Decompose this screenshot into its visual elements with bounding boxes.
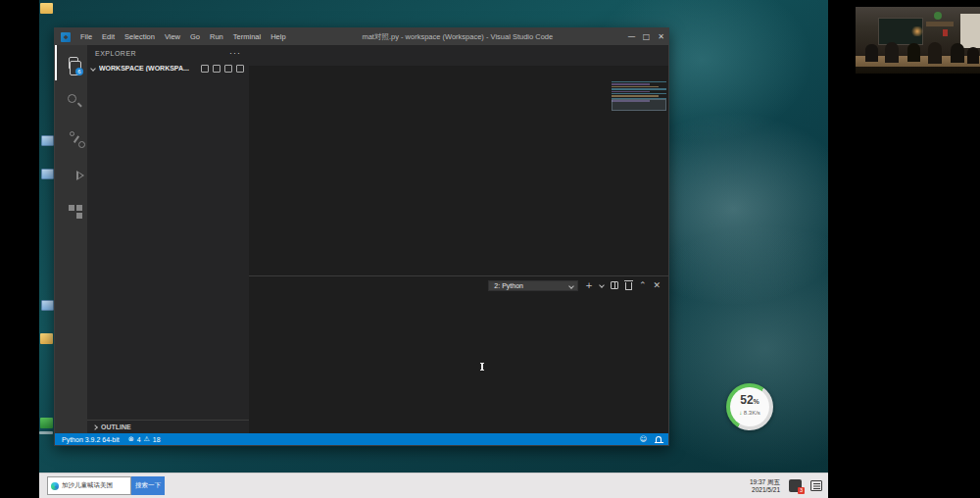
title-bar[interactable]: FileEditSelectionViewGoRunTerminalHelp m… xyxy=(55,28,668,45)
person-silhouette xyxy=(951,43,964,63)
minimize-button[interactable]: — xyxy=(624,32,639,41)
panel: 2: Python + ⌃ ✕ xyxy=(249,275,668,433)
screen: FileEditSelectionViewGoRunTerminalHelp m… xyxy=(0,0,980,498)
status-bar: Python 3.9.2 64-bit ⊗ 4 ⚠ 18 ☺ xyxy=(55,433,668,445)
wall-light xyxy=(910,26,924,36)
webcam-video[interactable] xyxy=(856,7,980,74)
projector-screen xyxy=(960,14,980,48)
extensions-icon xyxy=(69,205,74,211)
split-terminal-icon[interactable] xyxy=(611,281,618,289)
action-center-icon[interactable] xyxy=(810,480,822,491)
explorer-sidebar: EXPLORER ··· WORKSPACE (WORKSPA... xyxy=(87,45,249,433)
sidebar-more-icon[interactable]: ··· xyxy=(229,48,241,58)
error-icon: ⊗ xyxy=(128,435,134,443)
activitybar-source-control[interactable] xyxy=(55,116,87,151)
outline-section-header[interactable]: OUTLINE xyxy=(87,420,249,433)
refresh-icon[interactable] xyxy=(223,64,233,74)
menu-selection[interactable]: Selection xyxy=(120,32,160,41)
taskbar: 加沙儿童喊话美国 搜索一下 19:37 周五 2021/5/21 3 xyxy=(39,473,828,498)
activitybar-badge: 6 xyxy=(75,68,83,75)
search-input[interactable]: 加沙儿童喊话美国 xyxy=(47,476,131,495)
download-arrow-icon: ↓ xyxy=(739,410,742,416)
taskbar-search: 加沙儿童喊话美国 搜索一下 xyxy=(47,476,165,495)
maximize-button[interactable]: □ xyxy=(639,32,654,41)
desktop: FileEditSelectionViewGoRunTerminalHelp m… xyxy=(39,0,828,498)
desktop-icon[interactable] xyxy=(40,333,53,344)
desktop-icon[interactable] xyxy=(41,135,54,146)
menu-view[interactable]: View xyxy=(160,32,185,41)
window-title: mat对照.py - workspace (Workspace) - Visua… xyxy=(291,32,624,42)
activitybar-explorer[interactable]: 6 xyxy=(55,45,87,80)
taskbar-clock[interactable]: 19:37 周五 2021/5/21 xyxy=(750,478,780,494)
person-silhouette xyxy=(967,47,979,64)
notifications-bell-icon[interactable] xyxy=(656,436,662,442)
menu-bar: FileEditSelectionViewGoRunTerminalHelp xyxy=(75,32,291,41)
desktop-icon[interactable] xyxy=(41,169,54,179)
warning-icon: ⚠ xyxy=(144,435,150,443)
close-panel-icon[interactable]: ✕ xyxy=(653,281,661,290)
source-control-icon xyxy=(70,131,74,136)
menu-edit[interactable]: Edit xyxy=(97,32,120,41)
person-silhouette xyxy=(865,44,878,62)
new-file-icon[interactable] xyxy=(200,64,210,74)
vscode-logo-icon xyxy=(61,32,71,42)
webcam-panel xyxy=(856,0,980,83)
new-terminal-icon[interactable]: + xyxy=(585,281,593,290)
panel-header: 2: Python + ⌃ ✕ xyxy=(249,276,668,294)
vscode-window: FileEditSelectionViewGoRunTerminalHelp m… xyxy=(54,27,669,446)
person-silhouette xyxy=(885,42,899,63)
desktop-icon-label xyxy=(39,431,53,434)
chevron-down-icon xyxy=(569,283,575,289)
notification-icon[interactable]: 3 xyxy=(789,479,802,492)
kill-terminal-icon[interactable] xyxy=(625,282,632,290)
file-tree xyxy=(87,75,249,420)
activitybar-extensions[interactable] xyxy=(55,186,87,222)
minimap[interactable] xyxy=(612,81,666,126)
person-silhouette xyxy=(928,42,942,64)
problems-status[interactable]: ⊗ 4 ⚠ 18 xyxy=(128,435,161,443)
green-plant xyxy=(934,12,942,20)
edge-mini-icon xyxy=(51,482,59,490)
collapse-all-icon[interactable] xyxy=(235,64,245,74)
menu-help[interactable]: Help xyxy=(266,32,290,41)
close-button[interactable]: ✕ xyxy=(654,32,668,41)
terminal-dropdown-icon[interactable] xyxy=(599,282,605,288)
activitybar-search[interactable] xyxy=(55,80,87,116)
new-folder-icon[interactable] xyxy=(212,64,221,74)
person-silhouette xyxy=(907,43,920,62)
search-go-button[interactable]: 搜索一下 xyxy=(131,476,165,495)
menu-run[interactable]: Run xyxy=(205,32,228,41)
menu-go[interactable]: Go xyxy=(185,32,205,41)
sidebar-title: EXPLORER xyxy=(95,50,136,57)
activity-bar: 6 xyxy=(55,45,87,433)
feedback-icon[interactable]: ☺ xyxy=(640,435,647,443)
minimap-slider[interactable] xyxy=(612,99,666,111)
desktop-icon[interactable] xyxy=(40,418,53,428)
python-interpreter-status[interactable]: Python 3.9.2 64-bit xyxy=(62,436,120,443)
maximize-panel-icon[interactable]: ⌃ xyxy=(639,281,647,290)
chevron-right-icon xyxy=(92,424,98,430)
desktop-icon[interactable] xyxy=(40,3,53,14)
activitybar-run-and-debug[interactable] xyxy=(55,151,87,186)
menu-file[interactable]: File xyxy=(75,32,97,41)
terminal-select[interactable]: 2: Python xyxy=(488,280,578,291)
workspace-section-header[interactable]: WORKSPACE (WORKSPA... xyxy=(87,61,249,75)
speed-ball-widget[interactable]: 52% ↓ 8.3K/s xyxy=(726,383,773,430)
red-object xyxy=(943,29,948,36)
code-editor[interactable] xyxy=(249,79,668,275)
chevron-down-icon xyxy=(90,66,96,72)
mouse-ibeam-cursor xyxy=(481,363,483,371)
system-tray: 19:37 周五 2021/5/21 3 xyxy=(742,478,824,494)
shelf xyxy=(926,22,954,26)
terminal-output[interactable] xyxy=(249,294,668,433)
editor-tab-bar xyxy=(249,45,668,66)
search-icon xyxy=(68,94,76,103)
breadcrumb[interactable] xyxy=(249,66,668,79)
desktop-icon[interactable] xyxy=(41,300,54,311)
menu-terminal[interactable]: Terminal xyxy=(228,32,266,41)
